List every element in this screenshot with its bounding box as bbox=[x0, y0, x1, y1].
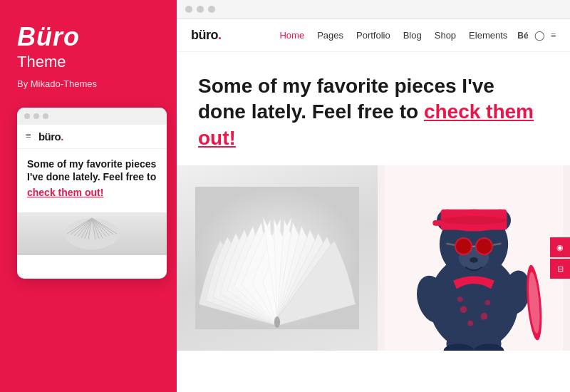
browser-dot-3 bbox=[208, 6, 215, 13]
right-panel: büro. Home Pages Portfolio Blog Shop Ele… bbox=[177, 0, 570, 392]
hero-section: Some of my favorite pieces I've done lat… bbox=[177, 52, 570, 165]
svg-point-40 bbox=[481, 313, 488, 320]
nav-home[interactable]: Home bbox=[279, 30, 304, 41]
mobile-nav: ≡ büro. bbox=[17, 125, 167, 149]
svg-point-41 bbox=[467, 321, 473, 326]
floating-btn-2[interactable]: ⊟ bbox=[550, 259, 570, 279]
browser-dot-1 bbox=[185, 6, 192, 13]
mobile-site-logo: büro. bbox=[38, 130, 63, 143]
image-grid: ◉ ⊟ bbox=[177, 165, 570, 351]
hamburger-icon: ≡ bbox=[26, 130, 31, 142]
dot-2 bbox=[33, 113, 39, 119]
book-image bbox=[177, 165, 378, 351]
instagram-icon[interactable]: ◯ bbox=[534, 30, 545, 41]
browser-chrome bbox=[177, 0, 570, 19]
floating-btn-1[interactable]: ◉ bbox=[550, 237, 570, 257]
behance-icon[interactable]: Bé bbox=[517, 31, 528, 41]
brand-title: Büro bbox=[17, 23, 160, 51]
mobile-image-strip bbox=[17, 212, 167, 255]
svg-point-43 bbox=[484, 300, 490, 306]
dot-1 bbox=[24, 113, 30, 119]
site-navigation: büro. Home Pages Portfolio Blog Shop Ele… bbox=[177, 19, 570, 52]
brand-by: By Mikado-Themes bbox=[17, 78, 160, 89]
svg-point-0 bbox=[65, 218, 119, 249]
svg-point-39 bbox=[460, 306, 467, 314]
menu-icon[interactable]: ≡ bbox=[551, 30, 556, 41]
mobile-browser-chrome bbox=[17, 108, 167, 125]
mobile-cta-link[interactable]: check them out! bbox=[27, 187, 157, 198]
svg-point-38 bbox=[470, 257, 478, 263]
mobile-book-icon bbox=[63, 215, 120, 254]
svg-point-34 bbox=[477, 239, 492, 254]
left-panel: Büro Theme By Mikado-Themes ≡ büro. Some… bbox=[0, 0, 177, 392]
nav-links: Home Pages Portfolio Blog Shop Elements bbox=[279, 30, 507, 41]
hero-headline: Some of my favorite pieces I've done lat… bbox=[198, 73, 540, 151]
floating-buttons: ◉ ⊟ bbox=[550, 237, 570, 279]
nav-blog[interactable]: Blog bbox=[403, 30, 422, 41]
svg-point-32 bbox=[456, 239, 471, 254]
nav-elements[interactable]: Elements bbox=[469, 30, 507, 41]
browser-dot-2 bbox=[197, 6, 204, 13]
book-svg bbox=[195, 187, 359, 329]
mobile-headline: Some of my favorite pieces I've done lat… bbox=[27, 158, 157, 185]
website-content: büro. Home Pages Portfolio Blog Shop Ele… bbox=[177, 19, 570, 392]
nav-icon-group: Bé ◯ ≡ bbox=[517, 30, 556, 41]
dot-3 bbox=[43, 113, 48, 119]
bear-svg bbox=[381, 165, 566, 351]
svg-point-29 bbox=[441, 216, 507, 225]
nav-portfolio[interactable]: Portfolio bbox=[356, 30, 390, 41]
mobile-content-area: Some of my favorite pieces I've done lat… bbox=[17, 149, 167, 207]
nav-pages[interactable]: Pages bbox=[317, 30, 343, 41]
nav-shop[interactable]: Shop bbox=[435, 30, 456, 41]
mobile-preview-card: ≡ büro. Some of my favorite pieces I've … bbox=[17, 108, 167, 279]
brand-subtitle: Theme bbox=[17, 53, 160, 71]
site-logo: büro. bbox=[191, 28, 222, 43]
bear-image: ◉ ⊟ bbox=[378, 165, 570, 351]
svg-point-42 bbox=[457, 296, 463, 302]
svg-point-16 bbox=[274, 316, 280, 328]
